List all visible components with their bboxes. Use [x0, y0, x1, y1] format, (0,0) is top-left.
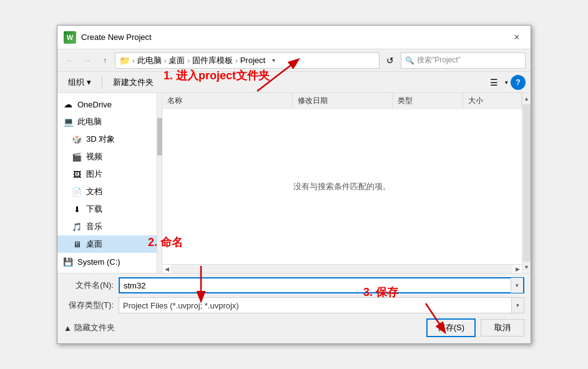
scroll-up-btn[interactable]: ▲: [522, 94, 531, 103]
sidebar-label-desktop: 桌面: [86, 239, 102, 250]
video-icon: 🎬: [71, 151, 82, 162]
sidebar-label-pc: 此电脑: [77, 116, 102, 127]
sidebar-label-onedrive: OneDrive: [77, 100, 112, 109]
horizontal-scrollbar[interactable]: ◀ ▶: [162, 264, 522, 273]
downloads-icon: ⬇: [71, 204, 82, 215]
filetype-value: Project Files (*.uvproj; *.uvprojx): [119, 301, 511, 310]
file-empty-message: 没有与搜索条件匹配的项。: [162, 109, 522, 264]
sidebar-item-music[interactable]: 🎵 音乐: [57, 218, 157, 235]
search-bar[interactable]: 🔍 搜索"Project": [401, 52, 526, 69]
col-size[interactable]: 大小: [463, 93, 522, 109]
col-date[interactable]: 修改日期: [293, 93, 393, 109]
sidebar-label-music: 音乐: [86, 221, 102, 232]
help-button[interactable]: ?: [511, 75, 526, 90]
organize-label: 组织: [68, 77, 84, 88]
view-dropdown-icon: ▾: [505, 79, 508, 86]
sidebar-item-desktop[interactable]: 🖥 桌面: [57, 235, 157, 253]
filetype-dropdown-icon[interactable]: ▾: [511, 298, 524, 313]
sidebar-item-pictures[interactable]: 🖼 图片: [57, 165, 157, 183]
action-row: ▲ 隐藏文件夹 保存(S) 取消: [64, 318, 524, 340]
sidebar-label-docs: 文档: [86, 186, 102, 197]
filename-input[interactable]: [120, 281, 511, 290]
cancel-button[interactable]: 取消: [481, 319, 524, 337]
sidebar-item-onedrive[interactable]: ☁ OneDrive: [57, 96, 157, 113]
sidebar-label-video: 视频: [86, 151, 102, 162]
sidebar-label-pictures: 图片: [86, 169, 102, 180]
scroll-right-btn[interactable]: ▶: [513, 265, 522, 273]
sidebar: ☁ OneDrive 💻 此电脑 🎲 3D 对象 🎬 视频 🖼 图片: [57, 93, 157, 273]
sidebar-item-3d[interactable]: 🎲 3D 对象: [57, 130, 157, 148]
organize-button[interactable]: 组织 ▾: [62, 74, 97, 91]
breadcrumb-firmware[interactable]: 固件库模板: [192, 55, 233, 66]
folder-icon: 📁: [119, 56, 130, 66]
sidebar-label-3d: 3D 对象: [86, 134, 115, 145]
drive-icon: 💾: [62, 256, 74, 267]
music-icon: 🎵: [71, 221, 82, 232]
new-folder-label: 新建文件夹: [113, 77, 154, 88]
bottom-panel: 文件名(N): ▾ 保存类型(T): Project Files (*.uvpr…: [57, 273, 531, 343]
hide-folders-button[interactable]: ▲ 隐藏文件夹: [64, 322, 115, 333]
back-button[interactable]: ←: [62, 53, 77, 68]
pc-icon: 💻: [62, 116, 74, 127]
up-button[interactable]: ↑: [97, 53, 112, 68]
toolbar-right: ☰ ▾ ?: [485, 74, 526, 91]
sidebar-label-downloads: 下载: [86, 204, 102, 215]
breadcrumb-pc[interactable]: 此电脑: [137, 55, 162, 66]
dialog-title: Create New Project: [81, 32, 504, 42]
scroll-track-v: [523, 104, 531, 262]
breadcrumb-project[interactable]: Project: [240, 56, 265, 65]
sidebar-item-pc[interactable]: 💻 此电脑: [57, 113, 157, 130]
file-area: 名称 修改日期 类型 大小 没有与搜索条件匹配的项。 ◀ ▶: [162, 93, 522, 273]
file-header: 名称 修改日期 类型 大小: [162, 93, 522, 109]
sidebar-item-docs[interactable]: 📄 文档: [57, 183, 157, 200]
filename-label: 文件名(N):: [64, 280, 114, 291]
scroll-down-btn[interactable]: ▼: [522, 263, 531, 272]
onedrive-icon: ☁: [62, 99, 74, 110]
chevron-up-icon: ▲: [64, 323, 72, 333]
hide-folders-label: 隐藏文件夹: [74, 322, 115, 333]
sidebar-label-drive: System (C:): [77, 257, 120, 267]
filetype-select[interactable]: Project Files (*.uvproj; *.uvprojx) ▾: [119, 297, 524, 313]
main-content: ☁ OneDrive 💻 此电脑 🎲 3D 对象 🎬 视频 🖼 图片: [57, 93, 531, 273]
vertical-scrollbar[interactable]: ▲ ▼: [522, 93, 531, 273]
filetype-row: 保存类型(T): Project Files (*.uvproj; *.uvpr…: [64, 297, 524, 313]
filetype-label: 保存类型(T):: [64, 300, 114, 311]
3d-icon: 🎲: [71, 134, 82, 145]
dialog-window: 1. 进入project文件夹 2. 命名 3. 保存 W Create New…: [57, 25, 531, 344]
sidebar-item-video[interactable]: 🎬 视频: [57, 148, 157, 165]
docs-icon: 📄: [71, 186, 82, 197]
nav-bar: ← → ↑ 📁 › 此电脑 › 桌面 › 固件库模板 › Project ▾ ↺…: [57, 49, 531, 72]
organize-dropdown-icon: ▾: [87, 77, 91, 87]
forward-button[interactable]: →: [80, 53, 95, 68]
sidebar-scrollbar[interactable]: [157, 93, 162, 273]
breadcrumb-dropdown[interactable]: ▾: [268, 53, 279, 68]
title-bar: W Create New Project ×: [57, 26, 531, 49]
scroll-track-h: [171, 265, 513, 273]
filename-dropdown[interactable]: ▾: [511, 278, 523, 293]
refresh-button[interactable]: ↺: [382, 52, 398, 69]
search-placeholder: 搜索"Project": [417, 55, 461, 66]
col-name[interactable]: 名称: [162, 93, 293, 109]
toolbar-separator: [102, 76, 102, 89]
breadcrumb-desktop[interactable]: 桌面: [169, 55, 185, 66]
scroll-left-btn[interactable]: ◀: [162, 265, 171, 273]
pictures-icon: 🖼: [71, 169, 82, 180]
new-folder-button[interactable]: 新建文件夹: [107, 74, 159, 91]
app-icon: W: [64, 31, 76, 44]
close-button[interactable]: ×: [509, 30, 524, 45]
filename-input-container: ▾: [119, 277, 524, 293]
view-button[interactable]: ☰: [485, 74, 502, 91]
sidebar-item-downloads[interactable]: ⬇ 下载: [57, 200, 157, 218]
col-type[interactable]: 类型: [393, 93, 463, 109]
sidebar-item-drive[interactable]: 💾 System (C:): [57, 253, 157, 270]
desktop-icon: 🖥: [71, 239, 82, 250]
search-icon: 🔍: [405, 56, 414, 65]
save-button[interactable]: 保存(S): [426, 318, 476, 337]
breadcrumb: 📁 › 此电脑 › 桌面 › 固件库模板 › Project ▾: [115, 52, 380, 69]
filename-row: 文件名(N): ▾: [64, 277, 524, 293]
toolbar: 组织 ▾ 新建文件夹 ☰ ▾ ?: [57, 72, 531, 93]
